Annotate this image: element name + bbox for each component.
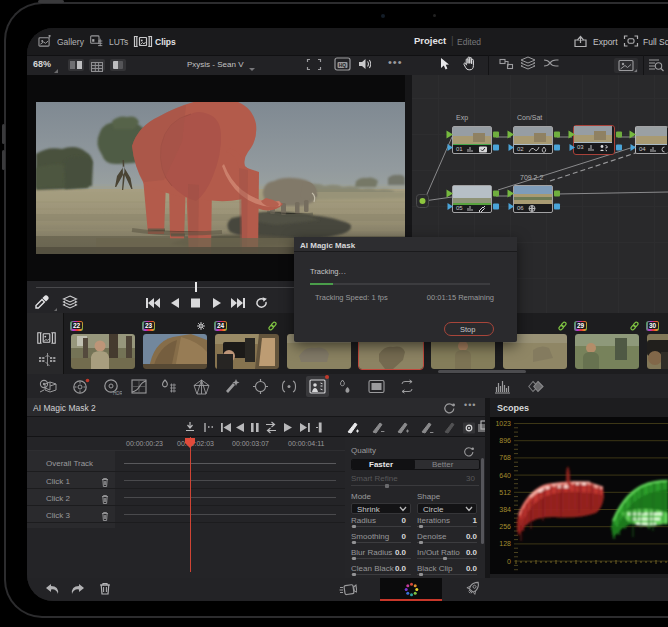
- svg-text:768: 768: [499, 454, 511, 461]
- svg-text:256: 256: [499, 523, 511, 530]
- svg-text:HQ: HQ: [339, 62, 347, 68]
- svg-text:HDR: HDR: [113, 391, 122, 396]
- svg-text:1023: 1023: [495, 420, 511, 427]
- svg-text:0: 0: [507, 558, 511, 565]
- svg-text:128: 128: [499, 540, 511, 547]
- svg-text:512: 512: [499, 489, 511, 496]
- svg-text:640: 640: [499, 472, 511, 479]
- svg-text:896: 896: [499, 437, 511, 444]
- svg-text:384: 384: [499, 506, 511, 513]
